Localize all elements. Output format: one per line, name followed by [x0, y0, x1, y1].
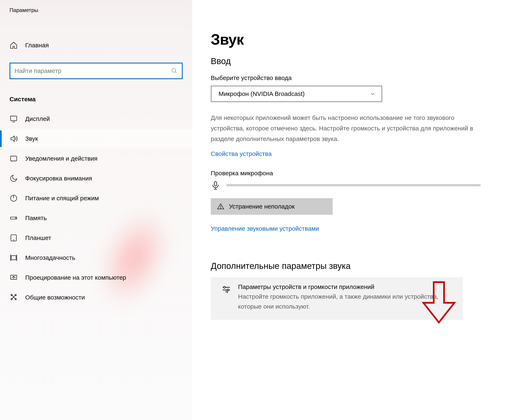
sidebar-item-notifications[interactable]: Уведомления и действия [0, 149, 192, 168]
card-description: Настройте громкость приложений, а также … [238, 292, 454, 312]
monitor-icon [10, 115, 22, 123]
sidebar-item-label: Общие возможности [25, 294, 85, 301]
mic-level-bar [227, 184, 481, 186]
input-section-heading: Ввод [211, 56, 488, 66]
input-device-selected: Микрофон (NVIDIA Broadcast) [219, 90, 305, 97]
storage-icon [10, 214, 22, 222]
shared-icon [10, 293, 22, 302]
notification-icon [10, 154, 22, 163]
advanced-section-heading: Дополнительные параметры звука [211, 261, 488, 271]
sidebar-item-label: Питание и спящий режим [25, 195, 99, 202]
speaker-icon [10, 134, 22, 143]
project-icon [10, 274, 22, 282]
tablet-icon [10, 234, 22, 242]
sidebar-item-multitask[interactable]: Многозадачность [0, 248, 192, 268]
svg-point-22 [11, 294, 13, 296]
home-label: Главная [25, 42, 49, 49]
power-icon [10, 194, 22, 202]
input-device-dropdown[interactable]: Микрофон (NVIDIA Broadcast) [211, 86, 382, 102]
mic-test-label: Проверка микрофона [211, 170, 488, 177]
input-device-help-text: Для некоторых приложений может быть наст… [211, 112, 484, 144]
sidebar-item-shared[interactable]: Общие возможности [0, 287, 192, 307]
app-title: Параметры [0, 7, 192, 13]
manage-sound-devices-link[interactable]: Управление звуковыми устройствами [211, 225, 319, 232]
page-title: Звук [211, 31, 488, 48]
search-icon [171, 68, 178, 74]
sidebar-item-label: Многозадачность [25, 254, 75, 261]
troubleshoot-label: Устранение неполадок [229, 203, 295, 210]
search-input[interactable] [14, 67, 171, 74]
svg-point-23 [15, 294, 17, 296]
moon-icon [10, 174, 22, 183]
search-input-container[interactable] [10, 63, 183, 79]
svg-point-30 [221, 208, 221, 208]
sidebar-item-label: Планшет [25, 234, 51, 242]
microphone-icon [211, 180, 220, 190]
svg-point-8 [15, 218, 16, 218]
svg-point-0 [172, 68, 176, 72]
warning-icon [217, 203, 224, 210]
sidebar-item-projecting[interactable]: Проецирование на этот компьютер [0, 268, 192, 287]
device-properties-link[interactable]: Свойства устройства [211, 150, 272, 157]
app-volume-device-prefs-card[interactable]: Параметры устройств и громкости приложен… [211, 277, 463, 320]
card-title: Параметры устройств и громкости приложен… [238, 283, 454, 290]
svg-line-1 [175, 72, 177, 73]
sidebar-item-label: Уведомления и действия [25, 155, 98, 162]
mixer-icon [219, 283, 234, 295]
sidebar-item-sound[interactable]: Звук [0, 129, 192, 149]
sidebar-item-label: Проецирование на этот компьютер [25, 274, 126, 281]
sidebar-item-label: Память [25, 215, 47, 222]
sidebar-item-tablet[interactable]: Планшет [0, 228, 192, 248]
svg-point-32 [224, 286, 225, 288]
sidebar-item-label: Звук [25, 135, 38, 142]
home-icon [10, 41, 22, 49]
sidebar-section-label: Система [0, 83, 192, 109]
choose-input-device-label: Выберите устройство ввода [211, 74, 488, 82]
sidebar-item-label: Фокусировка внимания [25, 175, 92, 182]
sidebar-item-display[interactable]: Дисплей [0, 109, 192, 129]
troubleshoot-button[interactable]: Устранение неполадок [211, 198, 333, 215]
sidebar: Параметры Главная Система Дисплей [0, 0, 192, 420]
multitask-icon [10, 254, 22, 262]
svg-rect-11 [11, 256, 16, 260]
main-content: Звук Ввод Выберите устройство ввода Микр… [192, 0, 505, 420]
svg-rect-2 [11, 116, 17, 121]
sidebar-item-storage[interactable]: Память [0, 208, 192, 228]
svg-rect-26 [214, 182, 217, 186]
chevron-down-icon [370, 91, 376, 97]
svg-rect-4 [11, 156, 17, 161]
home-button[interactable]: Главная [0, 36, 192, 54]
sidebar-item-label: Дисплей [25, 115, 50, 122]
mic-test-row [211, 180, 488, 190]
sidebar-item-focus[interactable]: Фокусировка внимания [0, 168, 192, 188]
sidebar-item-power[interactable]: Питание и спящий режим [0, 188, 192, 208]
